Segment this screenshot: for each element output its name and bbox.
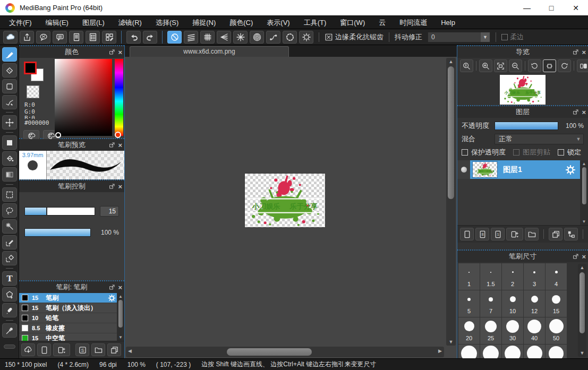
scroll-down-icon[interactable]: ▼ [578, 350, 586, 356]
menu-view[interactable]: 表示(V) [260, 16, 296, 29]
zoom-actual-button[interactable] [460, 59, 473, 72]
scroll-down-icon[interactable]: ▼ [582, 218, 586, 225]
brush-size-cell[interactable]: 25 [480, 317, 501, 344]
tool-strip-grip[interactable] [4, 345, 15, 349]
foreground-color-swatch[interactable] [24, 62, 37, 74]
redo-button[interactable] [143, 31, 157, 44]
tool-select-pen[interactable] [2, 235, 17, 249]
layer-opacity-slider[interactable] [495, 122, 558, 130]
tool-bucket[interactable] [2, 151, 17, 166]
snap-radial-button[interactable] [233, 31, 248, 44]
popout-icon[interactable] [573, 253, 579, 260]
navigator-preview[interactable] [457, 74, 588, 105]
protect-alpha-checkbox[interactable] [462, 149, 468, 156]
community-button[interactable] [36, 31, 50, 44]
brush-size-cell[interactable]: 1.5 [480, 263, 501, 290]
brush-size-cell[interactable]: 20 [458, 317, 480, 344]
brush-size-cell[interactable]: 12 [524, 290, 545, 317]
clipping-checkbox[interactable] [513, 149, 519, 156]
scroll-left-icon[interactable]: ◀ [128, 348, 132, 354]
scroll-right-icon[interactable]: ▶ [438, 348, 442, 354]
menu-help[interactable]: Help [434, 16, 462, 29]
tool-move[interactable] [2, 115, 17, 130]
document-tab[interactable]: www.x6d.com.png [130, 46, 289, 57]
menu-file[interactable]: 文件(F) [2, 16, 39, 29]
snap-vanishing-button[interactable] [217, 31, 231, 44]
brush-size-cell[interactable]: 30 [502, 317, 523, 344]
menu-layer[interactable]: 图层(L) [75, 16, 112, 29]
scroll-up-icon[interactable]: ▲ [582, 160, 586, 167]
cloud-button[interactable] [3, 31, 18, 44]
popout-icon[interactable] [573, 109, 579, 115]
menu-snap[interactable]: 捕捉(N) [185, 16, 223, 29]
snap-grid-button[interactable] [200, 31, 215, 44]
brush-size-cell[interactable]: 3 [524, 263, 545, 290]
popout-icon[interactable] [109, 183, 115, 190]
brush-list-item[interactable]: 10 铅笔 [19, 313, 124, 323]
layer-visibility-toggle[interactable] [457, 160, 470, 179]
maximize-button[interactable]: □ [539, 0, 564, 16]
layer-settings-gear-icon[interactable] [565, 165, 576, 175]
tool-text[interactable]: T [2, 271, 17, 286]
menu-select[interactable]: 选择(S) [149, 16, 185, 29]
tool-fill-rect[interactable] [2, 135, 17, 150]
tool-select[interactable] [2, 187, 17, 202]
tool-eyedropper[interactable] [2, 323, 17, 338]
sv-picker-handle[interactable] [55, 132, 61, 138]
brush-size-cell[interactable]: 10 [502, 290, 523, 317]
brush-size-cell[interactable]: 7 [480, 290, 501, 317]
close-icon[interactable]: × [118, 284, 122, 291]
popout-icon[interactable] [573, 49, 579, 55]
script-brush-button[interactable]: S [75, 343, 89, 356]
hue-slider[interactable] [115, 59, 123, 136]
menu-timelapse[interactable]: 时间流逝 [393, 16, 434, 29]
menu-cloud[interactable]: 云 [372, 16, 393, 29]
brush-list-scrollbar[interactable]: ▲ ▼ [117, 293, 124, 341]
transparent-color-swatch[interactable] [27, 85, 39, 98]
canvas-vertical-scrollbar[interactable]: ▲ ▼ [446, 58, 456, 346]
new-1bit-layer-button[interactable]: 1 [491, 228, 505, 240]
brush-size-cell[interactable] [546, 345, 567, 358]
publish-button[interactable] [20, 31, 34, 44]
brush-size-cell[interactable] [502, 345, 523, 358]
brush-size-value[interactable]: 15 [100, 206, 119, 217]
brush-size-cell[interactable]: 2 [502, 263, 523, 290]
hue-slider-handle[interactable] [115, 132, 121, 138]
close-icon[interactable]: × [118, 49, 122, 56]
layer-row[interactable]: 图层1 [457, 160, 580, 179]
menu-edit[interactable]: 编辑(E) [39, 16, 75, 29]
close-icon[interactable]: × [582, 49, 586, 56]
add-brush-button[interactable] [37, 343, 51, 356]
brush-list-item[interactable]: 15 中空笔 [19, 333, 124, 341]
soft-edge-checkbox[interactable] [501, 34, 508, 40]
document-button[interactable] [69, 31, 83, 44]
blend-mode-dropdown[interactable]: 正常 ▼ [495, 134, 584, 144]
brush-size-cell[interactable] [480, 345, 501, 358]
canvas-viewport[interactable]: ▲ ▼ [125, 57, 457, 347]
close-icon[interactable]: × [118, 142, 122, 149]
scroll-up-icon[interactable]: ▲ [118, 293, 123, 300]
saturation-value-picker[interactable] [55, 59, 112, 136]
close-icon[interactable]: × [118, 183, 122, 190]
brush-size-cell[interactable]: 50 [546, 317, 567, 344]
zoom-in-button[interactable] [479, 59, 492, 72]
brush-size-scrollbar[interactable]: ▲ ▼ [578, 264, 586, 357]
menu-tools[interactable]: 工具(T) [297, 16, 334, 29]
scrollbar-thumb[interactable] [582, 167, 586, 204]
tool-select-eraser[interactable] [2, 251, 17, 265]
layer-list-scrollbar[interactable]: ▲ ▼ [580, 160, 588, 225]
brush-size-cell[interactable]: 1 [458, 263, 480, 290]
tool-brush[interactable] [2, 47, 17, 62]
brush-opacity-slider[interactable] [24, 228, 91, 237]
edit-canvas-button[interactable] [102, 31, 116, 44]
rotate-left-button[interactable] [528, 59, 541, 72]
zoom-out-button[interactable] [509, 59, 522, 72]
close-icon[interactable]: × [582, 109, 586, 116]
brush-size-cell[interactable] [458, 345, 480, 358]
scrollbar-thumb[interactable] [580, 272, 585, 333]
menu-window[interactable]: 窗口(W) [333, 16, 372, 29]
layer-folder-button[interactable] [525, 228, 539, 240]
reset-rotation-button[interactable] [543, 59, 556, 72]
close-button[interactable]: ✕ [564, 0, 588, 16]
brush-size-cell[interactable]: 4 [546, 263, 567, 290]
